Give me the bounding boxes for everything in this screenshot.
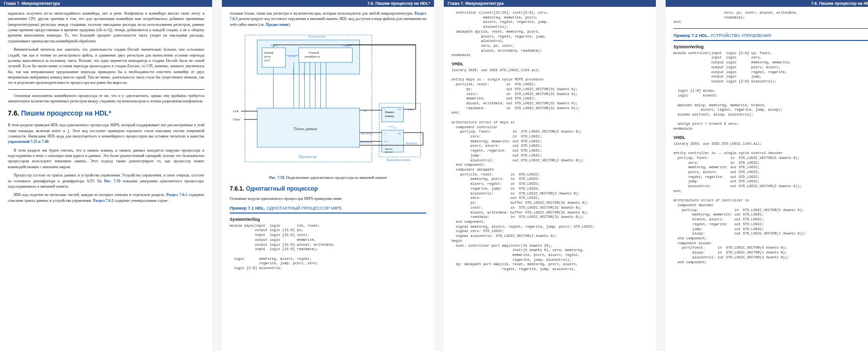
code-listing: zero, pc, instr, aluout, writedata, read… <box>673 11 868 25</box>
svg-text:ReadData: ReadData <box>406 142 418 145</box>
section-link[interactable]: Раздел 7.6.1 <box>166 193 187 197</box>
processor-diagram: Контроллер Дешиф-раторАЛУ Главныйдешифра… <box>230 30 426 172</box>
example-header: Пример 7.2 HDL. УСТРОЙСТВО УПРАВЛЕНИЯ <box>673 33 868 41</box>
svg-text:WE: WE <box>394 127 397 129</box>
figure-link[interactable]: Рис. 7.59 <box>104 179 120 183</box>
svg-text:Funct: Funct <box>271 44 278 47</box>
body-text: Внимательный читатель мог заметить, что … <box>8 47 204 86</box>
figure-caption: Рис. 7.59. Подключение однотактового про… <box>230 175 426 180</box>
section-heading: 7.6. Пишем процессор на HDL* <box>8 109 204 118</box>
body-text: Процессор состоит из тракта данных и уст… <box>8 173 204 189</box>
book-page-4: 7.6. Пишем процессор на HDL* zero, pc, i… <box>666 0 868 351</box>
svg-text:RD: RD <box>398 108 401 111</box>
body-text: HDL-код поделен на несколько частей, каж… <box>8 192 204 203</box>
header-right: 7.6. Пишем процессор на HDL* <box>811 1 868 6</box>
svg-text:Процессор: Процессор <box>299 155 317 159</box>
svg-text:A: A <box>384 132 386 135</box>
header-right: 7.6. Пишем процессор на HDL* <box>367 1 430 6</box>
language-label: VHDL <box>673 135 868 141</box>
code-listing: controller c(instr[31:26], instr[5:0], z… <box>452 11 648 58</box>
svg-text:RD: RD <box>398 132 401 135</box>
book-page-3: Глава 7. Микроархитектура controller c(i… <box>444 0 656 351</box>
header-left: Глава 7. Микроархитектура <box>4 1 60 6</box>
body-text: тельные блоки, такие как регистры и муль… <box>230 11 426 27</box>
subsection-heading: 7.6.1. Однотактный процессор <box>230 185 426 193</box>
code-listing: library IEEE; use IEEE.STD_LOGIC_1164.al… <box>452 68 648 272</box>
exercise-link[interactable]: упражнений 7.25 и 7.40 <box>8 139 48 144</box>
svg-text:Памятьданных: Памятьданных <box>385 148 393 153</box>
svg-text:Сброс: Сброс <box>233 118 241 121</box>
book-page-2: 7.6. Пишем процессор на HDL* тельные бло… <box>222 0 434 351</box>
svg-text:Поток данных: Поток данных <box>294 127 318 131</box>
code-listing: library IEEE; use IEEE.STD_LOGIC_1164.al… <box>673 142 868 265</box>
svg-text:A: A <box>384 108 386 111</box>
language-label: VHDL <box>452 61 648 67</box>
preface-link[interactable]: Предисловие <box>266 22 289 27</box>
svg-text:CLK: CLK <box>233 110 239 113</box>
svg-text:Контроллер: Контроллер <box>309 35 326 39</box>
svg-text:Opcode: Opcode <box>343 44 352 47</box>
body-text: Основные компоненты конвейерного процесс… <box>8 93 204 104</box>
header-left: Глава 7. Микроархитектура <box>448 1 504 6</box>
language-label: SystemVerilog <box>230 216 426 223</box>
divider <box>673 28 868 29</box>
page-header: 7.6. Пишем процессор на HDL* <box>666 0 868 7</box>
divider <box>8 89 204 90</box>
body-text: В этом разделе приведен HDL-код однотакт… <box>8 122 204 144</box>
body-text: В этом разделе мы будем считать, что и п… <box>8 148 204 170</box>
language-label: SystemVerilog <box>673 44 868 50</box>
code-listing: module mips(input logic clk, reset, outp… <box>230 224 426 271</box>
page-header: Глава 7. Микроархитектура <box>0 0 212 7</box>
code-listing: module controller(input logic [5:0] op, … <box>673 51 868 132</box>
body-text: надеялись получить из-за пятистадийного … <box>8 11 204 44</box>
page-header: Глава 7. Микроархитектура <box>444 0 656 7</box>
book-page-1: Глава 7. Микроархитектура надеялись полу… <box>0 0 212 351</box>
example-header: Пример 7.1 HDL. ОДНОТАКТНЫЙ ПРОЦЕССОР MI… <box>230 205 426 214</box>
body-text: Основные модули однотактного процессора … <box>230 196 426 201</box>
svg-text:CLK: CLK <box>389 125 394 128</box>
svg-text:WD: WD <box>384 140 388 143</box>
section-link[interactable]: Раздел 7.6.2 <box>93 198 114 203</box>
svg-text:Внешняя память: Внешняя память <box>387 158 411 162</box>
figure: Контроллер Дешиф-раторАЛУ Главныйдешифра… <box>230 30 426 181</box>
svg-text:Instr: Instr <box>408 108 414 111</box>
page-header: 7.6. Пишем процессор на HDL* <box>222 0 434 7</box>
